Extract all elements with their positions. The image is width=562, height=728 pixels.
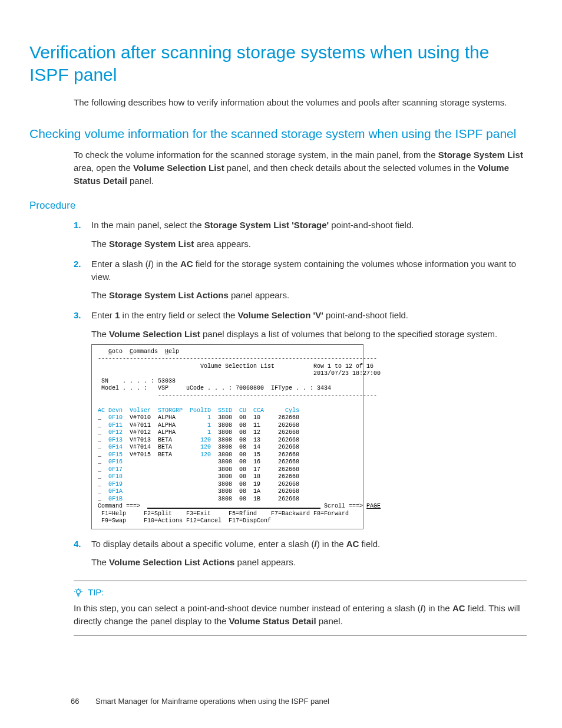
step-result: The Volume Selection List Actions panel … — [91, 556, 527, 569]
step-number: 4. — [74, 538, 81, 551]
t: Volume Selection List — [133, 163, 224, 173]
section-intro: To check the volume information for the … — [74, 149, 527, 187]
intro-text: The following describes how to verify in… — [74, 96, 527, 109]
page: Verification after scanning storage syst… — [0, 0, 562, 728]
step-4: 4. To display details about a specific v… — [74, 538, 533, 569]
intro-block: The following describes how to verify in… — [74, 96, 527, 109]
step-2: 2. Enter a slash (/) in the AC field for… — [74, 258, 533, 302]
tip-body: In this step, you can select a point-and… — [74, 602, 527, 628]
t: point-and-shoot field. — [329, 220, 414, 230]
step-result: The Storage System List area appears. — [91, 238, 527, 251]
step-result: The Volume Selection List panel displays… — [91, 328, 527, 341]
t: In the main panel, select the — [91, 220, 204, 230]
t: area, open the — [74, 163, 133, 173]
t: Storage System List — [438, 150, 523, 160]
step-number: 1. — [74, 219, 81, 232]
step-number: 3. — [74, 309, 81, 322]
step-result: The Storage System List Actions panel ap… — [91, 289, 527, 302]
step-1: 1. In the main panel, select the Storage… — [74, 219, 533, 251]
section-heading: Checking volume information for the scan… — [29, 126, 533, 141]
section-intro-text: To check the volume information for the … — [74, 149, 527, 187]
tip-block: TIP: In this step, you can select a poin… — [74, 581, 533, 635]
t: To check the volume information for the … — [74, 150, 438, 160]
procedure-heading: Procedure — [29, 200, 533, 212]
tip-rule-top — [74, 581, 527, 581]
tip-label: TIP: — [88, 587, 104, 597]
tip-rule-bottom — [74, 635, 527, 635]
page-title: Verification after scanning storage syst… — [29, 41, 533, 85]
page-number: 66 — [71, 697, 79, 706]
t: panel. — [127, 176, 154, 186]
step-number: 2. — [74, 258, 81, 271]
procedure-steps: 1. In the main panel, select the Storage… — [74, 219, 533, 569]
t: panel, and then check details about the … — [224, 163, 478, 173]
step-3: 3. Enter 1 in the entry field or select … — [74, 309, 533, 529]
terminal-panel: Goto Commands Help ---------------------… — [91, 344, 363, 529]
page-footer: 66 Smart Manager for Mainframe operation… — [0, 697, 562, 706]
footer-text: Smart Manager for Mainframe operations w… — [95, 697, 329, 706]
lightbulb-icon — [74, 588, 83, 597]
tip-heading: TIP: — [74, 587, 527, 597]
svg-point-0 — [77, 589, 81, 594]
t: Storage System List 'Storage' — [204, 220, 329, 230]
